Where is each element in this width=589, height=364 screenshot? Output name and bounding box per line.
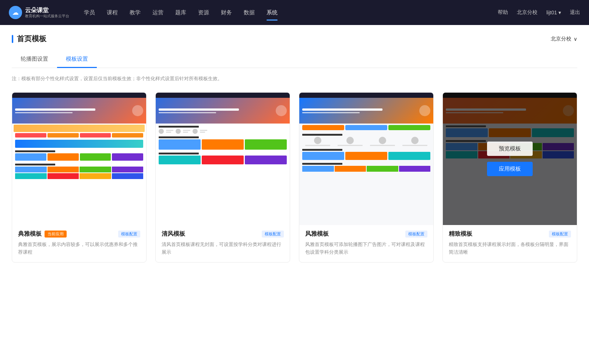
page-title: 首页模板	[17, 34, 46, 44]
template-overlay-4: 预览模板 应用模板	[443, 93, 577, 225]
logo-main: 云朵课堂	[25, 7, 69, 14]
user-dropdown[interactable]: lijt01 ▾	[546, 10, 561, 15]
page-title-wrap: 首页模板	[12, 34, 46, 44]
nav-item-data[interactable]: 数据	[244, 6, 255, 19]
nav-item-students[interactable]: 学员	[84, 6, 95, 19]
logo-sub: 教育机构一站式服务云平台	[25, 14, 69, 18]
nav-item-questions[interactable]: 题库	[175, 6, 186, 19]
template-title-row-2: 清风模板 模板配置	[162, 230, 284, 238]
page-title-bar	[12, 35, 13, 43]
apply-button-4[interactable]: 应用模板	[487, 162, 533, 176]
config-badge-1[interactable]: 模板配置	[118, 231, 140, 238]
template-card-2: 预览模板 应用模板 清风模板 模板配置 清风首页模板课程无封面，可设置按学科分类…	[155, 92, 290, 263]
navbar: ☁ 云朵课堂 教育机构一站式服务云平台 学员 课程 教学 运营 题库 资源 财务…	[0, 0, 589, 25]
apply-button-1[interactable]: 应用模板	[56, 162, 102, 176]
template-info-4: 精致模板 模板配置 精致首页模板支持课程展示封面，各模板分隔明显，界面简洁清晰	[443, 225, 577, 262]
logo-icon: ☁	[9, 6, 22, 19]
template-name-3: 风雅模板	[305, 230, 329, 238]
template-preview-3: 预览模板 应用模板	[299, 93, 433, 225]
nav-item-finance[interactable]: 财务	[221, 6, 232, 19]
nav-item-resources[interactable]: 资源	[198, 6, 209, 19]
navbar-right: 帮助 北京分校 lijt01 ▾ 退出	[498, 9, 580, 16]
config-badge-3[interactable]: 模板配置	[405, 231, 427, 238]
template-preview-4: 预览模板 应用模板	[443, 93, 577, 225]
branch-name: 北京分校	[551, 36, 571, 42]
template-card-4: 预览模板 应用模板 精致模板 模板配置 精致首页模板支持课程展示封面，各模板分隔…	[442, 92, 577, 263]
template-name-2: 清风模板	[162, 230, 185, 238]
preview-button-4[interactable]: 预览模板	[487, 142, 533, 156]
template-preview-1: 预览模板 应用模板	[12, 93, 146, 225]
config-badge-4[interactable]: 模板配置	[549, 231, 571, 238]
template-title-row-3: 风雅模板 模板配置	[305, 230, 427, 238]
nav-item-teaching[interactable]: 教学	[130, 6, 141, 19]
tab-carousel[interactable]: 轮播图设置	[12, 51, 57, 68]
apply-button-2[interactable]: 应用模板	[200, 162, 246, 176]
username: lijt01	[546, 10, 557, 15]
template-name-4: 精致模板	[449, 230, 472, 238]
apply-button-3[interactable]: 应用模板	[343, 162, 389, 176]
template-desc-1: 典雅首页模板，展示内容较多，可以展示优惠券和多个推荐课程	[18, 241, 140, 256]
nav-item-courses[interactable]: 课程	[107, 6, 118, 19]
template-info-2: 清风模板 模板配置 清风首页模板课程无封面，可设置按学科分类对课程进行展示	[156, 225, 290, 262]
nav-item-system[interactable]: 系统	[267, 6, 278, 19]
template-card-3: 预览模板 应用模板 风雅模板 模板配置 风雅首页模板可添加轮播图下广告图片，可对…	[299, 92, 434, 263]
template-preview-2: 预览模板 应用模板	[156, 93, 290, 225]
template-title-row-1: 典雅模板 当前应用 模板配置	[18, 230, 140, 238]
logout-link[interactable]: 退出	[570, 9, 580, 16]
note-text: 注：模板有部分个性化样式设置，设置后仅当前模板生效；非个性化样式设置后针对所有模…	[12, 75, 577, 82]
nav-menu: 学员 课程 教学 运营 题库 资源 财务 数据 系统	[84, 6, 498, 19]
template-info-3: 风雅模板 模板配置 风雅首页模板可添加轮播图下广告图片，可对课程及课程包设置学科…	[299, 225, 433, 262]
template-desc-2: 清风首页模板课程无封面，可设置按学科分类对课程进行展示	[162, 241, 284, 256]
config-badge-2[interactable]: 模板配置	[262, 231, 284, 238]
tabs-bar: 轮播图设置 模板设置	[12, 51, 577, 68]
nav-item-operations[interactable]: 运营	[152, 6, 163, 19]
template-desc-4: 精致首页模板支持课程展示封面，各模板分隔明显，界面简洁清晰	[449, 241, 571, 256]
chevron-down-icon: ∨	[574, 36, 577, 42]
preview-button-1[interactable]: 预览模板	[56, 142, 102, 156]
page-header: 首页模板 北京分校 ∨	[12, 25, 577, 51]
page-content: 首页模板 北京分校 ∨ 轮播图设置 模板设置 注：模板有部分个性化样式设置，设置…	[0, 25, 589, 364]
chevron-down-icon: ▾	[558, 10, 561, 15]
template-info-1: 典雅模板 当前应用 模板配置 典雅首页模板，展示内容较多，可以展示优惠券和多个推…	[12, 225, 146, 262]
tab-template[interactable]: 模板设置	[57, 51, 97, 68]
template-desc-3: 风雅首页模板可添加轮播图下广告图片，可对课程及课程包设置学科分类展示	[305, 241, 427, 256]
preview-button-2[interactable]: 预览模板	[200, 142, 246, 156]
template-title-row-4: 精致模板 模板配置	[449, 230, 571, 238]
current-badge-1: 当前应用	[45, 231, 67, 238]
preview-button-3[interactable]: 预览模板	[343, 142, 389, 156]
template-card-1: 预览模板 应用模板 典雅模板 当前应用 模板配置 典雅首页模板，展示内容较多，可…	[12, 92, 147, 263]
help-link[interactable]: 帮助	[498, 9, 508, 16]
branch-link[interactable]: 北京分校	[517, 9, 537, 16]
template-name-1: 典雅模板	[18, 230, 42, 238]
templates-grid: 预览模板 应用模板 典雅模板 当前应用 模板配置 典雅首页模板，展示内容较多，可…	[12, 92, 577, 263]
branch-selector[interactable]: 北京分校 ∨	[551, 36, 577, 42]
logo[interactable]: ☁ 云朵课堂 教育机构一站式服务云平台	[9, 6, 69, 19]
